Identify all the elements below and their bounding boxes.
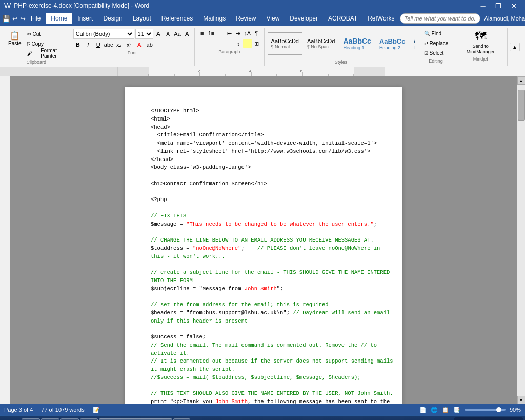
menu-design[interactable]: Design: [98, 13, 127, 24]
underline-button[interactable]: U: [94, 40, 103, 49]
word-icon: W: [4, 2, 11, 10]
send-to-mindmanager-button[interactable]: 🗺 Send to MindManager: [457, 27, 504, 57]
bullets-button[interactable]: ≡: [198, 29, 207, 38]
font-name-select[interactable]: Calibri (Body): [73, 29, 134, 39]
font-shrink-button[interactable]: A: [164, 29, 172, 38]
document-code: <!DOCTYPE html> <html> <head> <title>Ema…: [151, 107, 376, 404]
line-spacing-button[interactable]: ↕: [234, 39, 243, 48]
italic-button[interactable]: I: [84, 40, 93, 49]
menu-home[interactable]: Home: [46, 13, 72, 24]
taskbar-excel[interactable]: X: [173, 418, 190, 421]
replace-icon: ⇄: [424, 41, 428, 46]
paragraph-label: Paragraph: [198, 49, 261, 54]
taskbar-left: ⊞ 🌐 🎵 📁 ⊙ W PHP-exercise-4.docx... X: [2, 418, 190, 421]
style-normal-label: ¶ Normal: [271, 44, 299, 49]
svg-rect-2: [354, 67, 385, 76]
qa-save-button[interactable]: 💾: [2, 15, 10, 23]
align-right-button[interactable]: ≡: [216, 39, 225, 48]
align-left-button[interactable]: ≡: [198, 39, 207, 48]
justify-button[interactable]: ≡: [225, 39, 234, 48]
minimize-button[interactable]: ─: [476, 0, 490, 11]
styles-label: Styles: [268, 59, 415, 65]
menu-layout[interactable]: Layout: [128, 13, 156, 24]
taskbar-folder[interactable]: 📁: [60, 418, 79, 421]
taskbar-media[interactable]: 🎵: [41, 418, 59, 421]
change-case-button[interactable]: Aа: [173, 29, 182, 38]
format-painter-button[interactable]: 🖌 Format Painter: [25, 49, 67, 58]
zoom-thumb[interactable]: [496, 407, 501, 412]
menu-mailings[interactable]: Mailings: [198, 13, 231, 24]
sort-button[interactable]: ↕A: [243, 29, 252, 38]
font-size-select[interactable]: 11: [135, 29, 153, 39]
menu-review[interactable]: Review: [231, 13, 261, 24]
paragraph-row1: ≡ 1≡ ≣ ⇤ ⇥ ↕A ¶: [198, 29, 261, 38]
collapse-ribbon-button[interactable]: ▲: [510, 43, 520, 51]
find-button[interactable]: 🔍 Find: [421, 29, 452, 38]
mindjet-icon: 🗺: [475, 30, 486, 43]
menu-references[interactable]: References: [156, 13, 198, 24]
style-heading3[interactable]: AaBbCc Heading 3: [410, 32, 414, 55]
restore-button[interactable]: ❐: [491, 0, 506, 11]
scrollbar-track[interactable]: [517, 85, 526, 396]
paste-button[interactable]: 📋 Paste: [6, 30, 24, 57]
close-button[interactable]: ✕: [507, 0, 521, 11]
numbering-button[interactable]: 1≡: [207, 29, 216, 38]
menu-acrobat[interactable]: ACROBAT: [323, 13, 362, 24]
ribbon-group-editing: 🔍 Find ⇄ Replace ⊡ Select Editing: [418, 28, 454, 66]
align-center-button[interactable]: ≡: [207, 39, 216, 48]
bold-button[interactable]: B: [73, 40, 83, 49]
multilevel-button[interactable]: ≣: [216, 29, 225, 38]
menu-file[interactable]: File: [26, 13, 46, 24]
document-page[interactable]: <!DOCTYPE html> <html> <head> <title>Ema…: [125, 87, 402, 404]
view-draft-icon[interactable]: 📑: [453, 407, 460, 413]
cut-button[interactable]: ✂ Cut: [25, 29, 67, 38]
qa-redo-button[interactable]: ↪: [20, 15, 26, 23]
increase-indent-button[interactable]: ⇥: [234, 29, 243, 38]
svg-text:4: 4: [249, 69, 252, 73]
scroll-down-button[interactable]: ▼: [517, 396, 526, 404]
strikethrough-button[interactable]: abc: [104, 40, 113, 49]
scrollbar-thumb[interactable]: [518, 90, 525, 121]
menu-refworks[interactable]: RefWorks: [362, 13, 399, 24]
document-scroll[interactable]: <!DOCTYPE html> <html> <head> <title>Ema…: [10, 76, 517, 404]
decrease-indent-button[interactable]: ⇤: [225, 29, 234, 38]
taskbar-word[interactable]: W PHP-exercise-4.docx...: [99, 418, 172, 421]
style-heading1[interactable]: AaBbCc Heading 1: [339, 32, 374, 55]
menu-developer[interactable]: Developer: [285, 13, 323, 24]
show-marks-button[interactable]: ¶: [252, 29, 261, 38]
style-normal-preview: AaBbCcDd: [271, 38, 299, 44]
select-button[interactable]: ⊡ Select: [421, 48, 452, 57]
superscript-button[interactable]: x²: [125, 40, 134, 49]
font-color-button[interactable]: A: [135, 40, 144, 49]
scroll-up-button[interactable]: ▲: [517, 76, 526, 85]
quick-access-toolbar: 💾 ↩ ↪: [2, 15, 26, 23]
send-to-mindmanager-label: Send to MindManager: [460, 44, 502, 55]
view-print-icon[interactable]: 📄: [419, 407, 427, 413]
ribbon: 📋 Paste ✂ Cut ⎘ Copy 🖌 Format Painter: [0, 26, 525, 67]
borders-button[interactable]: ⊞: [252, 39, 261, 48]
zoom-slider[interactable]: [465, 409, 506, 411]
style-normal[interactable]: AaBbCcDd ¶ Normal: [268, 32, 302, 55]
menu-insert[interactable]: Insert: [72, 13, 98, 24]
qa-undo-button[interactable]: ↩: [12, 15, 18, 23]
view-web-icon[interactable]: 🌐: [431, 407, 438, 413]
view-outline-icon[interactable]: 📋: [442, 407, 449, 413]
clear-formatting-button[interactable]: A: [183, 29, 191, 38]
status-bar: Page 3 of 4 77 of 1079 words 📝 📄 🌐 📋 📑 9…: [0, 404, 525, 415]
tell-me-input[interactable]: [400, 13, 480, 24]
menu-view[interactable]: View: [261, 13, 285, 24]
copy-button[interactable]: ⎘ Copy: [25, 39, 67, 48]
replace-button[interactable]: ⇄ Replace: [421, 38, 452, 48]
status-right: 📄 🌐 📋 📑 90%: [419, 407, 521, 413]
font-grow-button[interactable]: A: [154, 29, 163, 38]
select-icon: ⊡: [424, 50, 428, 56]
subscript-button[interactable]: x₂: [114, 40, 124, 49]
text-highlight-button[interactable]: ab: [145, 40, 154, 49]
ribbon-collapse-area: ▲: [508, 28, 522, 66]
copy-icon: ⎘: [27, 41, 30, 47]
taskbar-ie[interactable]: 🌐: [22, 418, 40, 421]
taskbar-chrome[interactable]: ⊙: [80, 418, 98, 421]
style-no-spacing[interactable]: AaBbCcDd ¶ No Spac...: [304, 32, 338, 55]
style-heading2[interactable]: AaBbCc Heading 2: [376, 32, 409, 55]
shading-button[interactable]: [243, 39, 252, 48]
